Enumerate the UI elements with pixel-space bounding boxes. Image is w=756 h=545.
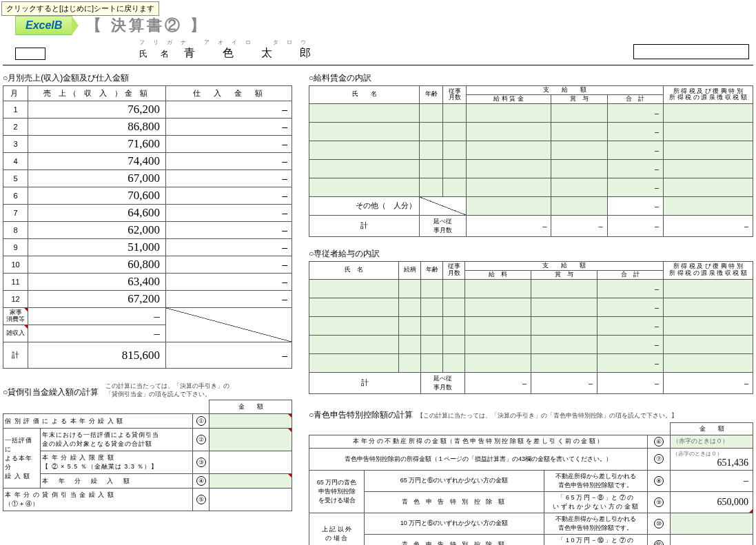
sec-ded-title: ○貸倒引当金繰入額の計算 [3,387,99,398]
logo[interactable]: ExcelB [15,16,72,35]
wh-name: 氏 名 [309,86,420,104]
row-zatsu: 雑収入 [3,325,28,342]
sales-cell: 67,200 [28,291,166,308]
monthly-sales-table: 月 売 上（ 収 入 ）金 額 仕 入 金 額 176,200–286,800–… [3,85,292,369]
shiire-cell: – [166,274,292,291]
month-cell: 6 [3,187,28,205]
cell: – [28,308,166,325]
shiire-total: – [166,342,292,369]
sales-cell: 71,600 [28,136,166,153]
row-total-label: 計 [3,342,28,369]
small-box [15,48,45,60]
wage-table: 氏 名 年齢 従事 月数 支 給 額 所 得 税 及 び 復 興 特 別 所 得… [309,85,753,237]
cell: – [28,325,166,342]
sales-cell: 60,800 [28,256,166,274]
stamp-box [633,44,749,59]
shiire-cell: – [166,119,292,136]
sales-cell: 86,800 [28,119,166,136]
sales-cell: 70,600 [28,187,166,205]
ded-r2-2: 本 年 分 繰 入 限 度 額 【 ② × 5.5 ％（金融業は 3.3 ％）】 [41,451,193,474]
shiire-cell: – [166,256,292,274]
wh-tax: 所 得 税 及 び 復 興 特 別 所 得 税 の 源 泉 徴 収 税 額 [664,86,753,104]
senjusha-table: 氏 名 続柄 年齢 従事 月数 支 給 額 所 得 税 及 び 復 興 特 別 … [309,261,753,394]
name-label: 氏 名 [139,48,174,60]
month-cell: 10 [3,256,28,274]
col-amt: 金 額 [210,400,292,414]
wh-paytop: 支 給 額 [467,86,664,95]
sec-ded-note: この計算に当たっては、「決算の手引き」の 「貸倒引当金」の項を読んで下さい。 [105,382,229,399]
month-cell: 2 [3,119,28,136]
month-cell: 1 [3,101,28,119]
ded-r2-3: 本 年 分 繰 入 額 [41,474,193,489]
shiire-cell: – [166,101,292,119]
shiire-cell: – [166,170,292,187]
month-cell: 9 [3,239,28,256]
month-cell: 8 [3,222,28,239]
col-month: 月 [3,86,28,101]
sales-cell: 63,400 [28,274,166,291]
deduction-table: 金 額 個 別 評 価 に よ る 本 年 分 繰 入 額① 一括評価による本年… [3,400,292,511]
sec-sales-title: ○月別売上(収入)金額及び仕入金額 [3,72,292,84]
shiire-cell: – [166,239,292,256]
sales-cell: 64,600 [28,205,166,222]
sales-cell: 67,000 [28,170,166,187]
shiire-cell: – [166,136,292,153]
sales-cell: 76,200 [28,101,166,119]
month-cell: 11 [3,274,28,291]
sales-cell: 62,000 [28,222,166,239]
col-sales: 売 上（ 収 入 ）金 額 [28,86,166,101]
month-cell: 5 [3,170,28,187]
furigana-label: フリガナ [139,39,194,45]
sec-aoiro-title: ○青色申告特別控除額の計算 [309,409,413,421]
ded-r3: 本 年 分 の 貸 倒 引 当 金 繰 入 額 （①＋④） [3,489,193,511]
month-cell: 4 [3,153,28,170]
diag-cell [166,308,292,342]
shiire-cell: – [166,205,292,222]
page-title: 【 決算書② 】 [86,15,207,36]
month-cell: 7 [3,205,28,222]
shiire-cell: – [166,153,292,170]
month-cell: 12 [3,291,28,308]
wh-pay1: 給 料 賃 金 [467,94,551,103]
shiire-cell: – [166,187,292,205]
col-shiire: 仕 入 金 額 [166,86,292,101]
ded-r2-head: 一括評価による本年分繰 入 額 [3,429,41,489]
wh-months: 従事 月数 [443,86,467,104]
sales-cell: 51,000 [28,239,166,256]
sec-sen-title: ○専従者給与の内訳 [309,248,753,260]
sec-wage-title: ○給料賃金の内訳 [309,72,753,84]
shiire-cell: – [166,222,292,239]
name-value: 青 色 太 郎 [184,46,319,61]
sales-cell: 74,400 [28,153,166,170]
sales-total: 815,600 [28,342,166,369]
wh-pay3: 合 計 [607,94,663,103]
aoiro-table: 金 額 本 年 分 の 不 動 産 所 得 の 金 額（ 青 色 申 告 特 別… [309,422,753,545]
shiire-cell: – [166,291,292,308]
wh-pay2: 賞 与 [551,94,607,103]
wh-age: 年齢 [420,86,443,104]
ded-r1: 個 別 評 価 に よ る 本 年 分 繰 入 額 [3,414,193,429]
sec-aoiro-note: 【この計算に当たっては、「決算の手引き」の「青色申告特別控除」の項を読んで下さい… [417,412,677,420]
month-cell: 3 [3,136,28,153]
row-kaji: 家事 消費等 [3,308,28,325]
furigana: アオイロ タロウ [204,39,314,45]
ded-r2-1: 年末における一括評価による貸倒引当 金の繰入の対象となる貸金の合計額 [41,429,193,451]
